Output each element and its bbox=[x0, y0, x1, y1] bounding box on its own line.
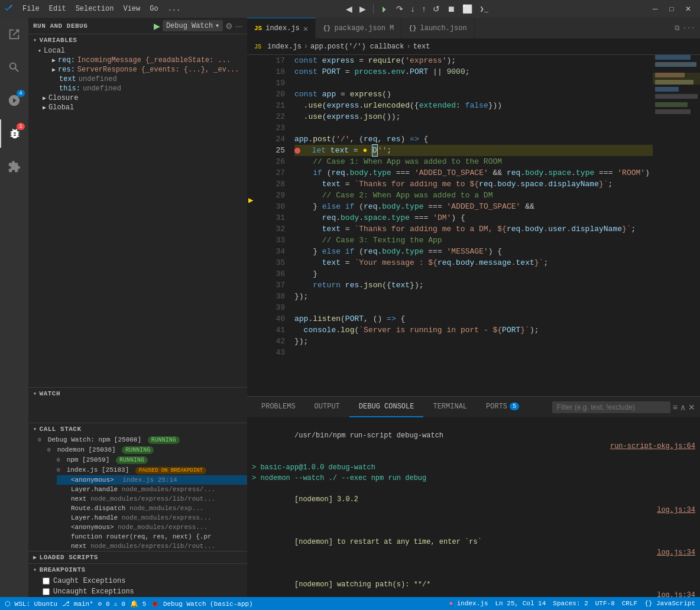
breakpoint-caught[interactable]: Caught Exceptions bbox=[28, 576, 247, 586]
panel-tab-debug-console[interactable]: DEBUG CONSOLE bbox=[349, 397, 424, 417]
stack-layer-handle2[interactable]: Layer.handle node_modules/express... bbox=[57, 513, 247, 523]
menu-file[interactable]: File bbox=[19, 4, 43, 14]
tab-bar-actions: ⧉ ··· bbox=[670, 24, 700, 33]
console-line-1: /usr/bin/npm run-script debug-watch run-… bbox=[252, 420, 695, 462]
activity-extensions[interactable] bbox=[0, 152, 28, 181]
debug-nav-forward[interactable]: ▶ bbox=[357, 3, 368, 15]
menu-go[interactable]: Go bbox=[146, 4, 161, 14]
code-line-26: // Case 1: When App was added to the ROO… bbox=[294, 156, 653, 167]
var-text[interactable]: text undefined bbox=[43, 74, 247, 84]
stack-layer-handle1[interactable]: Layer.handle node_modules/express/... bbox=[57, 485, 247, 494]
code-line-23 bbox=[294, 122, 653, 134]
caught-exceptions-checkbox[interactable] bbox=[43, 577, 50, 585]
console-link-4[interactable]: log.js:34 bbox=[657, 590, 695, 597]
console-link-3[interactable]: log.js:34 bbox=[657, 547, 695, 558]
var-res[interactable]: ▶ res: ServerResponse {_events: {...}, _… bbox=[43, 65, 247, 74]
status-remote[interactable]: ⬡ WSL: Ubuntu bbox=[5, 600, 57, 608]
debug-config-selector[interactable]: Debug Watch ▾ bbox=[163, 20, 223, 31]
activity-explorer[interactable] bbox=[0, 20, 28, 48]
split-editor-icon[interactable]: ⧉ bbox=[675, 24, 680, 33]
debug-nav-back[interactable]: ◀ bbox=[343, 3, 355, 15]
panel-filter-input[interactable] bbox=[552, 401, 670, 413]
panel-tab-ports[interactable]: PORTS 5 bbox=[477, 397, 529, 417]
debug-stop[interactable]: ⏹ bbox=[445, 3, 458, 15]
tab-indexjs[interactable]: JS index.js ✕ bbox=[247, 18, 316, 38]
stack-next2[interactable]: next node_modules/express/lib/rout... bbox=[57, 541, 247, 551]
panel-close-button[interactable]: ✕ bbox=[688, 403, 695, 412]
code-content[interactable]: const express = require('express'); cons… bbox=[290, 55, 653, 396]
debug-more-button[interactable]: ··· bbox=[235, 21, 242, 31]
debug-arrow-icon: ▶ bbox=[248, 195, 253, 205]
uncaught-exceptions-checkbox[interactable] bbox=[43, 588, 50, 595]
status-errors[interactable]: ⊘ 0 ⚠ 0 bbox=[98, 600, 125, 608]
code-editor[interactable]: ▶ 1718192021 2223242526 2728293031 32333… bbox=[247, 55, 700, 396]
menu-view[interactable]: View bbox=[119, 4, 144, 14]
status-spaces[interactable]: Spaces: 2 bbox=[553, 600, 588, 607]
debug-continue[interactable]: ⏵ bbox=[378, 3, 391, 15]
panel-collapse-button[interactable]: ∧ bbox=[680, 403, 686, 412]
breakpoint-uncaught[interactable]: Uncaught Exceptions bbox=[28, 586, 247, 597]
code-line-21: .use(express.urlencoded({extended: false… bbox=[294, 100, 653, 111]
menu-bar: File Edit Selection View Go ... bbox=[19, 4, 184, 14]
debug-settings-button[interactable]: ⚙ bbox=[225, 21, 233, 31]
status-git[interactable]: ⎇ main* bbox=[62, 600, 93, 608]
breakpoints-header[interactable]: ▾ BREAKPOINTS bbox=[28, 564, 247, 576]
activity-debug[interactable]: 1 bbox=[0, 119, 28, 148]
breadcrumb-function[interactable]: app.post('/') callback bbox=[310, 43, 404, 51]
global-group-header[interactable]: ▶ Global bbox=[38, 103, 247, 112]
panel-tab-problems[interactable]: PROBLEMS bbox=[252, 397, 305, 417]
minimize-button[interactable]: ─ bbox=[648, 2, 662, 16]
status-encoding[interactable]: UTF-8 bbox=[595, 600, 615, 607]
more-actions-icon[interactable]: ··· bbox=[682, 24, 695, 33]
menu-edit[interactable]: Edit bbox=[46, 4, 70, 14]
activity-git[interactable]: 4 bbox=[0, 86, 28, 115]
local-group-header[interactable]: ▾ Local bbox=[33, 46, 247, 56]
start-debug-button[interactable]: ▶ bbox=[154, 21, 160, 31]
debug-step-out[interactable]: ↑ bbox=[419, 3, 428, 15]
breadcrumb-file[interactable]: JS index.js bbox=[254, 43, 302, 51]
console-link-1[interactable]: run-script-pkg.js:64 bbox=[610, 441, 695, 452]
stack-router[interactable]: function router(req, res, next) {.pr bbox=[57, 532, 247, 541]
status-notifications[interactable]: 🔔 5 bbox=[130, 600, 146, 608]
debug-toolbar: ◀ ▶ ⏵ ↷ ↓ ↑ ↺ ⏹ ⬜ ❯_ bbox=[343, 3, 488, 15]
status-debug-session[interactable]: 🐞 Debug Watch (basic-app) bbox=[151, 600, 252, 608]
local-chevron: ▾ bbox=[38, 47, 41, 54]
debug-step-over[interactable]: ↷ bbox=[394, 3, 406, 15]
tab-launchjson[interactable]: {} launch.json bbox=[401, 18, 474, 38]
variables-section-header[interactable]: ▾ VARIABLES bbox=[28, 34, 247, 46]
stack-npm[interactable]: ⚙ npm [25059] RUNNING bbox=[47, 455, 247, 465]
activity-search[interactable] bbox=[0, 53, 28, 82]
panel-list-view-button[interactable]: ≡ bbox=[673, 403, 678, 412]
panel-tab-output[interactable]: OUTPUT bbox=[305, 397, 349, 417]
debug-step-into[interactable]: ↓ bbox=[408, 3, 417, 15]
close-button[interactable]: ✕ bbox=[681, 2, 695, 16]
breadcrumb-variable[interactable]: text bbox=[413, 43, 430, 51]
debug-restart[interactable]: ↺ bbox=[430, 3, 442, 15]
loaded-scripts-header[interactable]: ▶ LOADED SCRIPTS bbox=[28, 551, 247, 563]
watch-section-header[interactable]: ▾ WATCH bbox=[28, 388, 247, 400]
stack-route-dispatch[interactable]: Route.dispatch node_modules/exp... bbox=[57, 504, 247, 513]
stack-indexjs[interactable]: ⚙ index.js [25183] PAUSED ON BREAKPOINT bbox=[47, 465, 247, 475]
stack-next1[interactable]: next node_modules/express/lib/rout... bbox=[57, 494, 247, 504]
menu-selection[interactable]: Selection bbox=[72, 4, 118, 14]
console-link-2[interactable]: log.js:34 bbox=[657, 505, 695, 515]
panel-tab-terminal[interactable]: TERMINAL bbox=[423, 397, 477, 417]
debug-badge: 1 bbox=[17, 123, 25, 130]
debug-extra[interactable]: ⬜ bbox=[460, 3, 475, 15]
status-cursor-position[interactable]: Ln 25, Col 14 bbox=[495, 600, 546, 607]
maximize-button[interactable]: □ bbox=[665, 2, 679, 16]
stack-debug-watch[interactable]: ⚙ Debug Watch: npm [25008] RUNNING bbox=[28, 435, 247, 445]
closure-group-header[interactable]: ▶ Closure bbox=[38, 93, 247, 103]
stack-nodemon[interactable]: ⚙ nodemon [25036] RUNNING bbox=[38, 445, 247, 455]
status-language[interactable]: {} JavaScript bbox=[644, 600, 695, 607]
status-file-indicator[interactable]: ● index.js bbox=[449, 600, 488, 607]
status-eol[interactable]: CRLF bbox=[622, 600, 637, 607]
tab-packagejson[interactable]: {} package.json M bbox=[316, 18, 401, 38]
var-this[interactable]: this: undefined bbox=[43, 84, 247, 93]
stack-anonymous1[interactable]: <anonymous> index.js 25:14 bbox=[57, 475, 247, 485]
var-req[interactable]: ▶ req: IncomingMessage {_readableState: … bbox=[43, 56, 247, 65]
stack-anonymous2[interactable]: <anonymous> node_modules/express... bbox=[57, 523, 247, 532]
tab-close-indexjs[interactable]: ✕ bbox=[303, 24, 308, 34]
menu-more[interactable]: ... bbox=[164, 4, 184, 14]
callstack-section-header[interactable]: ▾ CALL STACK bbox=[28, 423, 247, 435]
